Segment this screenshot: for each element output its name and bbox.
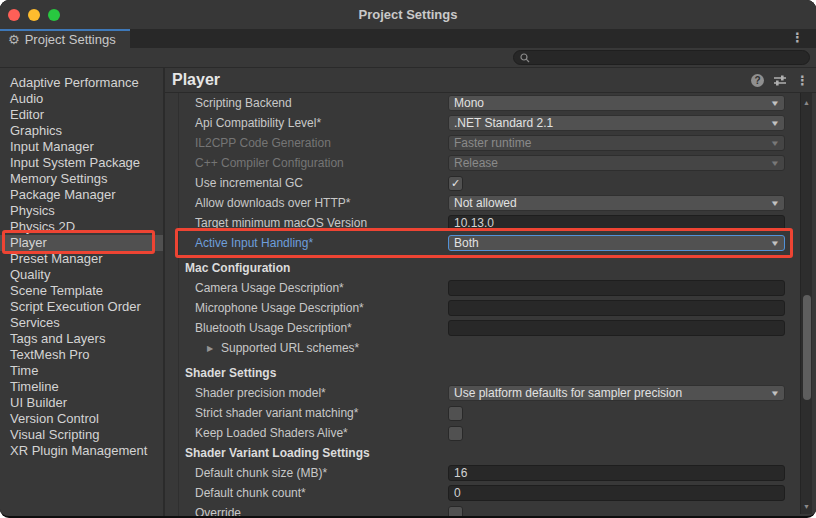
row-shader-precision-model: Shader precision model*Use platform defa… bbox=[165, 383, 816, 403]
sidebar-item-xr-plugin-management[interactable]: XR Plugin Management bbox=[0, 443, 163, 459]
scroll-down-icon[interactable]: ▼ bbox=[801, 503, 812, 510]
window-title: Project Settings bbox=[0, 7, 816, 22]
dropdown-value: Not allowed bbox=[454, 196, 771, 210]
row-camera-usage-description: Camera Usage Description* bbox=[165, 278, 816, 298]
keep-loaded-shaders-alive-checkbox[interactable] bbox=[448, 426, 463, 441]
setting-label: Target minimum macOS Version bbox=[195, 216, 367, 230]
sidebar-item-ui-builder[interactable]: UI Builder bbox=[0, 395, 163, 411]
setting-label: Camera Usage Description* bbox=[195, 281, 344, 295]
sidebar-item-script-execution-order[interactable]: Script Execution Order bbox=[0, 299, 163, 315]
strict-shader-variant-matching-checkbox[interactable] bbox=[448, 406, 463, 421]
target-minimum-macos-version-field[interactable]: 10.13.0 bbox=[448, 215, 785, 231]
chevron-down-icon: ▼ bbox=[770, 119, 780, 128]
api-compatibility-level-dropdown[interactable]: .NET Standard 2.1▼ bbox=[448, 115, 785, 131]
settings-content: Scripting BackendMono▼Api Compatibility … bbox=[165, 93, 816, 516]
panel-menu-icon[interactable]: ⋮ bbox=[796, 73, 809, 88]
row-mac-configuration: Mac Configuration bbox=[165, 258, 816, 278]
dropdown-value: Use platform defaults for sampler precis… bbox=[454, 386, 771, 400]
help-icon[interactable]: ? bbox=[751, 74, 764, 87]
project-settings-window: Project Settings ⚙ Project Settings ⋮ Ad… bbox=[0, 0, 816, 518]
sidebar-item-graphics[interactable]: Graphics bbox=[0, 123, 163, 139]
chevron-down-icon: ▼ bbox=[770, 159, 780, 168]
chevron-down-icon: ▼ bbox=[770, 99, 780, 108]
panel-header: Player ? ⋮ bbox=[165, 68, 816, 93]
maximize-button[interactable] bbox=[48, 9, 60, 21]
camera-usage-description-field[interactable] bbox=[448, 280, 785, 296]
field-value: 0 bbox=[454, 486, 461, 500]
search-input[interactable] bbox=[513, 50, 810, 65]
sidebar-item-visual-scripting[interactable]: Visual Scripting bbox=[0, 427, 163, 443]
override-checkbox[interactable] bbox=[448, 506, 463, 517]
row-api-compatibility-level: Api Compatibility Level*.NET Standard 2.… bbox=[165, 113, 816, 133]
setting-label: Keep Loaded Shaders Alive* bbox=[195, 426, 348, 440]
foldout-arrow-icon[interactable]: ▶ bbox=[207, 344, 213, 353]
default-chunk-count-field[interactable]: 0 bbox=[448, 485, 785, 501]
sidebar-item-player[interactable]: Player bbox=[0, 235, 163, 251]
sidebar-item-version-control[interactable]: Version Control bbox=[0, 411, 163, 427]
gear-icon: ⚙ bbox=[8, 33, 20, 46]
row-active-input-handling: Active Input Handling*Both▼ bbox=[165, 233, 816, 253]
dropdown-value: .NET Standard 2.1 bbox=[454, 116, 771, 130]
minimize-button[interactable] bbox=[28, 9, 40, 21]
shader-precision-model-dropdown[interactable]: Use platform defaults for sampler precis… bbox=[448, 385, 785, 401]
field-value: 10.13.0 bbox=[454, 216, 494, 230]
row-allow-downloads-over-http: Allow downloads over HTTP*Not allowed▼ bbox=[165, 193, 816, 213]
row-strict-shader-variant-matching: Strict shader variant matching* bbox=[165, 403, 816, 423]
row-shader-variant-loading-settings: Shader Variant Loading Settings bbox=[165, 443, 816, 463]
scripting-backend-dropdown[interactable]: Mono▼ bbox=[448, 95, 785, 111]
tab-label: Project Settings bbox=[25, 32, 116, 47]
dropdown-value: Faster runtime bbox=[454, 136, 771, 150]
sidebar-item-timeline[interactable]: Timeline bbox=[0, 379, 163, 395]
row-il2cpp-code-generation: IL2CPP Code GenerationFaster runtime▼ bbox=[165, 133, 816, 153]
microphone-usage-description-field[interactable] bbox=[448, 300, 785, 316]
active-input-handling-dropdown[interactable]: Both▼ bbox=[448, 235, 785, 251]
sidebar-item-memory-settings[interactable]: Memory Settings bbox=[0, 171, 163, 187]
row-keep-loaded-shaders-alive: Keep Loaded Shaders Alive* bbox=[165, 423, 816, 443]
sidebar-item-input-manager[interactable]: Input Manager bbox=[0, 139, 163, 155]
chevron-down-icon: ▼ bbox=[770, 389, 780, 398]
presets-icon[interactable] bbox=[773, 74, 787, 86]
sidebar-item-physics[interactable]: Physics bbox=[0, 203, 163, 219]
sidebar-item-time[interactable]: Time bbox=[0, 363, 163, 379]
sidebar-item-services[interactable]: Services bbox=[0, 315, 163, 331]
setting-label: Scripting Backend bbox=[195, 96, 292, 110]
vertical-scrollbar[interactable]: ▲ ▼ bbox=[800, 93, 812, 514]
tab-bar-menu-icon[interactable]: ⋮ bbox=[791, 30, 804, 45]
setting-label: Allow downloads over HTTP* bbox=[195, 196, 350, 210]
sidebar-item-input-system-package[interactable]: Input System Package bbox=[0, 155, 163, 171]
section-header-shader-variant-loading-settings: Shader Variant Loading Settings bbox=[185, 446, 370, 460]
dropdown-value: Both bbox=[454, 236, 771, 250]
setting-label: IL2CPP Code Generation bbox=[195, 136, 331, 150]
allow-downloads-over-http-dropdown[interactable]: Not allowed▼ bbox=[448, 195, 785, 211]
row-use-incremental-gc: Use incremental GC✓ bbox=[165, 173, 816, 193]
use-incremental-gc-checkbox[interactable]: ✓ bbox=[448, 176, 463, 191]
scrollbar-thumb[interactable] bbox=[803, 295, 811, 400]
setting-label: Use incremental GC bbox=[195, 176, 303, 190]
sidebar-item-adaptive-performance[interactable]: Adaptive Performance bbox=[0, 75, 163, 91]
bluetooth-usage-description-field[interactable] bbox=[448, 320, 785, 336]
dropdown-value: Release bbox=[454, 156, 771, 170]
toolbar bbox=[0, 48, 816, 68]
row-default-chunk-size-mb: Default chunk size (MB)*16 bbox=[165, 463, 816, 483]
sidebar-item-scene-template[interactable]: Scene Template bbox=[0, 283, 163, 299]
search-icon bbox=[520, 53, 530, 63]
sidebar-item-tags-and-layers[interactable]: Tags and Layers bbox=[0, 331, 163, 347]
sidebar-item-audio[interactable]: Audio bbox=[0, 91, 163, 107]
setting-label: Strict shader variant matching* bbox=[195, 406, 358, 420]
row-microphone-usage-description: Microphone Usage Description* bbox=[165, 298, 816, 318]
sidebar-item-editor[interactable]: Editor bbox=[0, 107, 163, 123]
page-title: Player bbox=[172, 71, 751, 89]
sidebar-item-package-manager[interactable]: Package Manager bbox=[0, 187, 163, 203]
default-chunk-size-mb-field[interactable]: 16 bbox=[448, 465, 785, 481]
tab-project-settings[interactable]: ⚙ Project Settings bbox=[0, 29, 130, 48]
close-button[interactable] bbox=[8, 9, 20, 21]
sidebar-item-physics-2d[interactable]: Physics 2D bbox=[0, 219, 163, 235]
row-target-minimum-macos-version: Target minimum macOS Version10.13.0 bbox=[165, 213, 816, 233]
setting-label: Api Compatibility Level* bbox=[195, 116, 321, 130]
sidebar-item-quality[interactable]: Quality bbox=[0, 267, 163, 283]
foldout-label[interactable]: Supported URL schemes* bbox=[221, 341, 359, 355]
sidebar-item-preset-manager[interactable]: Preset Manager bbox=[0, 251, 163, 267]
setting-label: Shader precision model* bbox=[195, 386, 326, 400]
sidebar-item-textmesh-pro[interactable]: TextMesh Pro bbox=[0, 347, 163, 363]
scroll-up-icon[interactable]: ▲ bbox=[801, 99, 812, 106]
